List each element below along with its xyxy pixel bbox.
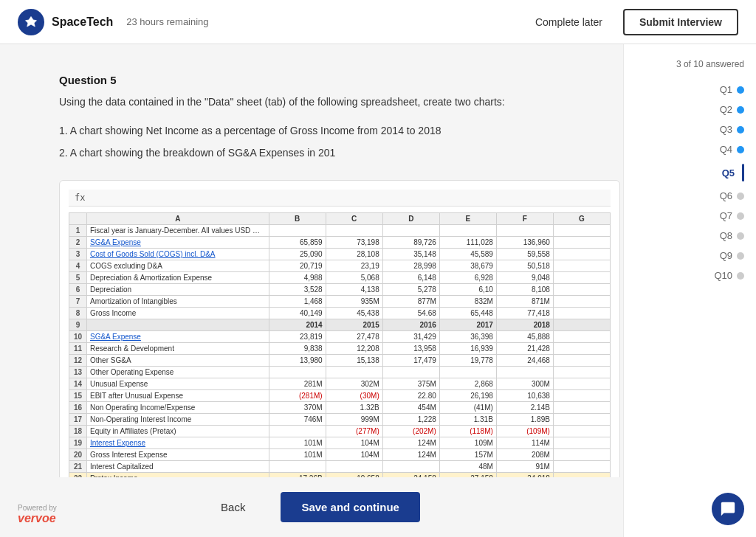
- table-cell: 59,558: [496, 248, 553, 260]
- table-cell: 1,468: [269, 295, 326, 307]
- table-row: 2SG&A Expense65,85973,19889,726111,02813…: [69, 236, 611, 248]
- table-cell: 77,418: [496, 307, 553, 319]
- table-cell: 10,638: [496, 389, 553, 401]
- brand-name: SpaceTech: [52, 15, 113, 29]
- table-cell: [553, 448, 610, 460]
- table-cell: 18: [69, 425, 87, 437]
- table-cell: (41M): [439, 401, 496, 413]
- table-cell: [553, 378, 610, 389]
- table-cell: 2.14B: [496, 401, 553, 413]
- table-cell: 35,148: [382, 248, 439, 260]
- sidebar-item-qq4[interactable]: Q4: [636, 141, 744, 158]
- table-cell: [439, 366, 496, 378]
- table-cell: EBIT after Unusual Expense: [87, 389, 269, 401]
- question-label: Question 5: [59, 74, 620, 86]
- table-cell: 832M: [439, 295, 496, 307]
- right-sidebar: 3 of 10 answered Q1Q2Q3Q4Q5Q6Q7Q8Q9Q10: [623, 44, 756, 537]
- table-cell: 281M: [269, 378, 326, 389]
- table-cell: 16,939: [439, 342, 496, 354]
- sidebar-item-qq5[interactable]: Q5: [636, 161, 744, 184]
- table-cell: 871M: [496, 295, 553, 307]
- table-cell: 13: [69, 366, 87, 378]
- table-cell: 45,438: [326, 307, 382, 319]
- table-row: 4COGS excluding D&A20,71923,1928,99838,6…: [69, 260, 611, 271]
- table-cell: [553, 460, 610, 472]
- col-header-c: C: [326, 212, 382, 224]
- q-label: Q7: [720, 210, 732, 221]
- q-label: Q1: [720, 84, 732, 95]
- table-cell: 11: [69, 342, 87, 354]
- table-cell: 16: [69, 401, 87, 413]
- table-cell: 1.89B: [496, 413, 553, 425]
- table-cell: 101M: [269, 448, 326, 460]
- q-label: Q6: [720, 190, 732, 201]
- table-cell: 2014: [269, 319, 326, 330]
- table-cell: 45,589: [439, 248, 496, 260]
- table-cell: Other SG&A: [87, 354, 269, 366]
- table-cell: [553, 437, 610, 448]
- table-cell: 2017: [439, 319, 496, 330]
- table-cell: 25,090: [269, 248, 326, 260]
- table-cell: [326, 366, 382, 378]
- table-cell: 26,198: [439, 389, 496, 401]
- question-text: Using the data contained in the "Data" s…: [59, 94, 620, 110]
- table-cell: [553, 260, 610, 271]
- table-row: 16Non Operating Income/Expense370M1.32B4…: [69, 401, 611, 413]
- table-cell: 21: [69, 460, 87, 472]
- table-row: 6Depreciation3,5284,1385,2786,108,108: [69, 283, 611, 295]
- table-cell: 6,148: [382, 271, 439, 283]
- table-cell: [269, 460, 326, 472]
- q-dot: [737, 232, 744, 240]
- table-cell: 157M: [439, 448, 496, 460]
- question-list: 1. A chart showing Net Income as a perce…: [59, 122, 620, 162]
- table-cell: [553, 319, 610, 330]
- col-header-g: G: [553, 212, 610, 224]
- table-cell: 6,928: [439, 271, 496, 283]
- timer: 23 hours remaining: [126, 16, 208, 27]
- table-cell: 302M: [326, 378, 382, 389]
- table-cell: [553, 425, 610, 437]
- table-cell: [382, 366, 439, 378]
- table-cell: Interest Expense: [87, 437, 269, 448]
- table-cell: (281M): [269, 389, 326, 401]
- table-cell: Cost of Goods Sold (COGS) incl. D&A: [87, 248, 269, 260]
- table-cell: 20,719: [269, 260, 326, 271]
- table-row: 920142015201620172018: [69, 319, 611, 330]
- sidebar-item-qq8[interactable]: Q8: [636, 227, 744, 244]
- sidebar-item-qq7[interactable]: Q7: [636, 207, 744, 224]
- submit-interview-button[interactable]: Submit Interview: [623, 9, 738, 35]
- sidebar-item-qq9[interactable]: Q9: [636, 247, 744, 264]
- table-cell: 370M: [269, 401, 326, 413]
- table-cell: [269, 425, 326, 437]
- table-cell: Other Operating Expense: [87, 366, 269, 378]
- table-cell: [553, 283, 610, 295]
- table-row: 19Interest Expense101M104M124M109M114M: [69, 437, 611, 448]
- table-row: 10SG&A Expense23,81927,47831,42936,39845…: [69, 330, 611, 342]
- chat-bubble[interactable]: [712, 493, 744, 525]
- sidebar-item-qq2[interactable]: Q2: [636, 101, 744, 118]
- sidebar-item-qq10[interactable]: Q10: [636, 267, 744, 284]
- sidebar-item-qq1[interactable]: Q1: [636, 81, 744, 98]
- sidebar-item-qq3[interactable]: Q3: [636, 121, 744, 138]
- question-list-item: 2. A chart showing the breakdown of SG&A…: [59, 144, 620, 162]
- table-cell: 3,528: [269, 283, 326, 295]
- table-cell: [553, 401, 610, 413]
- back-button[interactable]: Back: [203, 493, 263, 521]
- table-cell: 28,998: [382, 260, 439, 271]
- sidebar-item-qq6[interactable]: Q6: [636, 187, 744, 204]
- col-header-b: B: [269, 212, 326, 224]
- table-cell: 2015: [326, 319, 382, 330]
- header-left: SpaceTech 23 hours remaining: [18, 9, 209, 35]
- logo-icon: [18, 9, 44, 35]
- table-cell: 9: [69, 319, 87, 330]
- table-cell: 109M: [439, 437, 496, 448]
- table-cell: (109M): [496, 425, 553, 437]
- table-cell: 4,138: [326, 283, 382, 295]
- table-cell: Research & Development: [87, 342, 269, 354]
- content-area: Question 5 Using the data contained in t…: [0, 44, 664, 537]
- save-continue-button[interactable]: Save and continue: [281, 492, 420, 522]
- table-cell: 1.31B: [439, 413, 496, 425]
- complete-later-button[interactable]: Complete later: [523, 10, 614, 34]
- table-cell: 15,138: [326, 354, 382, 366]
- table-cell: [553, 366, 610, 378]
